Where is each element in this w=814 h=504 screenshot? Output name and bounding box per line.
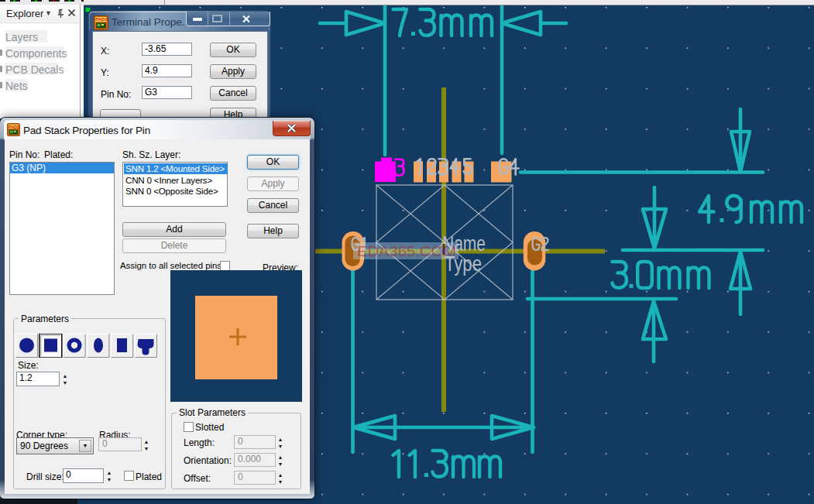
svg-text:PADS: PADS [95, 17, 108, 22]
svg-text:PADS: PADS [9, 125, 20, 129]
